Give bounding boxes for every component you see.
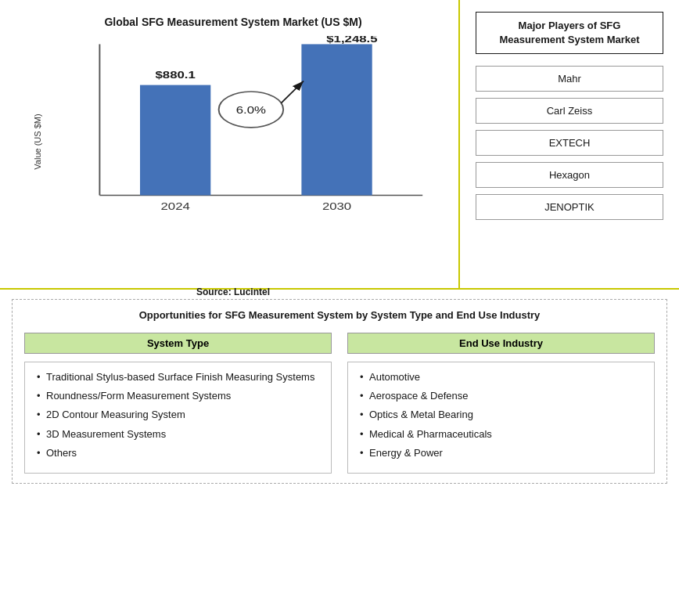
- top-section: Global SFG Measurement System Market (US…: [0, 0, 679, 290]
- svg-text:2030: 2030: [322, 200, 351, 212]
- bottom-title: Opportunities for SFG Measurement System…: [24, 309, 655, 321]
- chart-title: Global SFG Measurement System Market (US…: [23, 16, 443, 28]
- system-type-item-2: Roundness/Form Measurement Systems: [37, 389, 319, 403]
- end-use-item-1: Automotive: [360, 370, 642, 384]
- main-container: Global SFG Measurement System Market (US…: [0, 0, 679, 616]
- end-use-item-4: Medical & Pharmaceuticals: [360, 427, 642, 441]
- end-use-list-border: Automotive Aerospace & Defense Optics & …: [347, 362, 655, 474]
- bottom-section: Opportunities for SFG Measurement System…: [12, 299, 667, 484]
- end-use-header: End Use Industry: [347, 333, 655, 354]
- system-type-column: System Type Traditional Stylus-based Sur…: [24, 333, 332, 474]
- chart-wrapper: Value (US $M) $880.1 2024 $1,248.5: [23, 36, 443, 247]
- system-type-header: System Type: [24, 333, 332, 354]
- player-carl-zeiss: Carl Zeiss: [476, 98, 663, 124]
- svg-text:$1,248.5: $1,248.5: [326, 36, 378, 45]
- columns-wrapper: System Type Traditional Stylus-based Sur…: [24, 333, 655, 474]
- player-extech: EXTECH: [476, 130, 663, 156]
- svg-text:6.0%: 6.0%: [236, 104, 267, 116]
- chart-area: Global SFG Measurement System Market (US…: [0, 0, 460, 288]
- svg-text:2024: 2024: [160, 200, 190, 212]
- svg-text:$880.1: $880.1: [156, 69, 196, 81]
- bar-2024: [140, 85, 210, 196]
- end-use-list: Automotive Aerospace & Defense Optics & …: [352, 366, 650, 469]
- players-area: Major Players of SFG Measurement System …: [460, 0, 679, 288]
- end-use-item-5: Energy & Power: [360, 446, 642, 460]
- system-type-list-border: Traditional Stylus-based Surface Finish …: [24, 362, 332, 474]
- bar-2030: [301, 44, 372, 195]
- system-type-item-5: Others: [37, 446, 319, 460]
- chart-svg: $880.1 2024 $1,248.5 2030 6.0%: [39, 36, 443, 224]
- player-jenoptik: JENOPTIK: [476, 194, 663, 220]
- source-text: Source: Lucintel: [23, 286, 443, 297]
- player-mahr: Mahr: [476, 66, 663, 92]
- end-use-item-3: Optics & Metal Bearing: [360, 408, 642, 422]
- system-type-item-1: Traditional Stylus-based Surface Finish …: [37, 370, 319, 384]
- end-use-column: End Use Industry Automotive Aerospace & …: [347, 333, 655, 474]
- system-type-item-3: 2D Contour Measuring System: [37, 408, 319, 422]
- player-hexagon: Hexagon: [476, 162, 663, 188]
- end-use-item-2: Aerospace & Defense: [360, 389, 642, 403]
- system-type-item-4: 3D Measurement Systems: [37, 427, 319, 441]
- system-type-list: Traditional Stylus-based Surface Finish …: [29, 366, 327, 469]
- svg-line-7: [282, 81, 304, 103]
- players-title: Major Players of SFG Measurement System …: [476, 12, 663, 54]
